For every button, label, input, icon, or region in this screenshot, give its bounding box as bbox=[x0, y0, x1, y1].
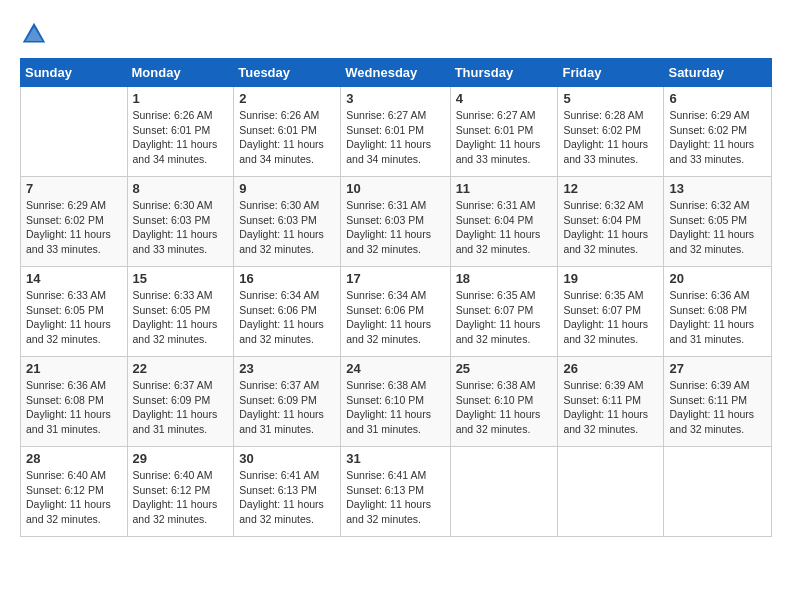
calendar-cell: 21Sunrise: 6:36 AMSunset: 6:08 PMDayligh… bbox=[21, 357, 128, 447]
calendar-cell: 13Sunrise: 6:32 AMSunset: 6:05 PMDayligh… bbox=[664, 177, 772, 267]
day-number: 25 bbox=[456, 361, 553, 376]
calendar-cell: 24Sunrise: 6:38 AMSunset: 6:10 PMDayligh… bbox=[341, 357, 450, 447]
calendar-cell: 1Sunrise: 6:26 AMSunset: 6:01 PMDaylight… bbox=[127, 87, 234, 177]
day-number: 8 bbox=[133, 181, 229, 196]
calendar-cell: 15Sunrise: 6:33 AMSunset: 6:05 PMDayligh… bbox=[127, 267, 234, 357]
day-info: Sunrise: 6:31 AMSunset: 6:04 PMDaylight:… bbox=[456, 198, 553, 257]
day-number: 30 bbox=[239, 451, 335, 466]
day-info: Sunrise: 6:40 AMSunset: 6:12 PMDaylight:… bbox=[133, 468, 229, 527]
day-number: 31 bbox=[346, 451, 444, 466]
day-info: Sunrise: 6:26 AMSunset: 6:01 PMDaylight:… bbox=[239, 108, 335, 167]
day-number: 17 bbox=[346, 271, 444, 286]
day-number: 16 bbox=[239, 271, 335, 286]
calendar-cell: 4Sunrise: 6:27 AMSunset: 6:01 PMDaylight… bbox=[450, 87, 558, 177]
day-number: 10 bbox=[346, 181, 444, 196]
day-number: 19 bbox=[563, 271, 658, 286]
day-number: 28 bbox=[26, 451, 122, 466]
day-info: Sunrise: 6:38 AMSunset: 6:10 PMDaylight:… bbox=[456, 378, 553, 437]
calendar-cell: 9Sunrise: 6:30 AMSunset: 6:03 PMDaylight… bbox=[234, 177, 341, 267]
day-info: Sunrise: 6:27 AMSunset: 6:01 PMDaylight:… bbox=[346, 108, 444, 167]
day-number: 26 bbox=[563, 361, 658, 376]
page-header bbox=[20, 20, 772, 48]
day-info: Sunrise: 6:33 AMSunset: 6:05 PMDaylight:… bbox=[26, 288, 122, 347]
calendar-cell: 27Sunrise: 6:39 AMSunset: 6:11 PMDayligh… bbox=[664, 357, 772, 447]
calendar-cell: 10Sunrise: 6:31 AMSunset: 6:03 PMDayligh… bbox=[341, 177, 450, 267]
day-number: 18 bbox=[456, 271, 553, 286]
day-info: Sunrise: 6:39 AMSunset: 6:11 PMDaylight:… bbox=[563, 378, 658, 437]
day-number: 14 bbox=[26, 271, 122, 286]
day-number: 15 bbox=[133, 271, 229, 286]
day-info: Sunrise: 6:41 AMSunset: 6:13 PMDaylight:… bbox=[346, 468, 444, 527]
day-number: 29 bbox=[133, 451, 229, 466]
calendar-cell: 19Sunrise: 6:35 AMSunset: 6:07 PMDayligh… bbox=[558, 267, 664, 357]
day-number: 20 bbox=[669, 271, 766, 286]
day-number: 11 bbox=[456, 181, 553, 196]
calendar-cell bbox=[664, 447, 772, 537]
calendar-cell: 28Sunrise: 6:40 AMSunset: 6:12 PMDayligh… bbox=[21, 447, 128, 537]
day-info: Sunrise: 6:36 AMSunset: 6:08 PMDaylight:… bbox=[26, 378, 122, 437]
day-of-week-header: Friday bbox=[558, 59, 664, 87]
calendar-week-row: 14Sunrise: 6:33 AMSunset: 6:05 PMDayligh… bbox=[21, 267, 772, 357]
day-number: 21 bbox=[26, 361, 122, 376]
calendar-week-row: 7Sunrise: 6:29 AMSunset: 6:02 PMDaylight… bbox=[21, 177, 772, 267]
day-info: Sunrise: 6:29 AMSunset: 6:02 PMDaylight:… bbox=[669, 108, 766, 167]
day-info: Sunrise: 6:29 AMSunset: 6:02 PMDaylight:… bbox=[26, 198, 122, 257]
calendar-cell bbox=[558, 447, 664, 537]
calendar-week-row: 28Sunrise: 6:40 AMSunset: 6:12 PMDayligh… bbox=[21, 447, 772, 537]
day-number: 22 bbox=[133, 361, 229, 376]
calendar-week-row: 21Sunrise: 6:36 AMSunset: 6:08 PMDayligh… bbox=[21, 357, 772, 447]
day-number: 27 bbox=[669, 361, 766, 376]
day-of-week-header: Tuesday bbox=[234, 59, 341, 87]
day-info: Sunrise: 6:36 AMSunset: 6:08 PMDaylight:… bbox=[669, 288, 766, 347]
day-number: 6 bbox=[669, 91, 766, 106]
day-info: Sunrise: 6:34 AMSunset: 6:06 PMDaylight:… bbox=[239, 288, 335, 347]
day-info: Sunrise: 6:37 AMSunset: 6:09 PMDaylight:… bbox=[133, 378, 229, 437]
calendar-cell: 3Sunrise: 6:27 AMSunset: 6:01 PMDaylight… bbox=[341, 87, 450, 177]
days-of-week-row: SundayMondayTuesdayWednesdayThursdayFrid… bbox=[21, 59, 772, 87]
day-number: 1 bbox=[133, 91, 229, 106]
calendar-cell: 29Sunrise: 6:40 AMSunset: 6:12 PMDayligh… bbox=[127, 447, 234, 537]
calendar-cell: 30Sunrise: 6:41 AMSunset: 6:13 PMDayligh… bbox=[234, 447, 341, 537]
day-info: Sunrise: 6:39 AMSunset: 6:11 PMDaylight:… bbox=[669, 378, 766, 437]
day-info: Sunrise: 6:26 AMSunset: 6:01 PMDaylight:… bbox=[133, 108, 229, 167]
day-info: Sunrise: 6:31 AMSunset: 6:03 PMDaylight:… bbox=[346, 198, 444, 257]
calendar-cell: 6Sunrise: 6:29 AMSunset: 6:02 PMDaylight… bbox=[664, 87, 772, 177]
day-number: 4 bbox=[456, 91, 553, 106]
day-number: 23 bbox=[239, 361, 335, 376]
day-number: 12 bbox=[563, 181, 658, 196]
calendar-week-row: 1Sunrise: 6:26 AMSunset: 6:01 PMDaylight… bbox=[21, 87, 772, 177]
day-number: 3 bbox=[346, 91, 444, 106]
calendar-cell: 14Sunrise: 6:33 AMSunset: 6:05 PMDayligh… bbox=[21, 267, 128, 357]
day-info: Sunrise: 6:30 AMSunset: 6:03 PMDaylight:… bbox=[133, 198, 229, 257]
day-info: Sunrise: 6:37 AMSunset: 6:09 PMDaylight:… bbox=[239, 378, 335, 437]
day-info: Sunrise: 6:41 AMSunset: 6:13 PMDaylight:… bbox=[239, 468, 335, 527]
day-info: Sunrise: 6:33 AMSunset: 6:05 PMDaylight:… bbox=[133, 288, 229, 347]
day-of-week-header: Thursday bbox=[450, 59, 558, 87]
calendar-cell: 23Sunrise: 6:37 AMSunset: 6:09 PMDayligh… bbox=[234, 357, 341, 447]
day-info: Sunrise: 6:32 AMSunset: 6:04 PMDaylight:… bbox=[563, 198, 658, 257]
day-info: Sunrise: 6:35 AMSunset: 6:07 PMDaylight:… bbox=[456, 288, 553, 347]
calendar-cell: 12Sunrise: 6:32 AMSunset: 6:04 PMDayligh… bbox=[558, 177, 664, 267]
day-of-week-header: Saturday bbox=[664, 59, 772, 87]
calendar-cell bbox=[450, 447, 558, 537]
day-number: 9 bbox=[239, 181, 335, 196]
calendar-table: SundayMondayTuesdayWednesdayThursdayFrid… bbox=[20, 58, 772, 537]
logo bbox=[20, 20, 52, 48]
day-info: Sunrise: 6:30 AMSunset: 6:03 PMDaylight:… bbox=[239, 198, 335, 257]
day-info: Sunrise: 6:35 AMSunset: 6:07 PMDaylight:… bbox=[563, 288, 658, 347]
day-info: Sunrise: 6:32 AMSunset: 6:05 PMDaylight:… bbox=[669, 198, 766, 257]
calendar-cell: 25Sunrise: 6:38 AMSunset: 6:10 PMDayligh… bbox=[450, 357, 558, 447]
day-number: 5 bbox=[563, 91, 658, 106]
calendar-cell: 2Sunrise: 6:26 AMSunset: 6:01 PMDaylight… bbox=[234, 87, 341, 177]
day-info: Sunrise: 6:40 AMSunset: 6:12 PMDaylight:… bbox=[26, 468, 122, 527]
calendar-header: SundayMondayTuesdayWednesdayThursdayFrid… bbox=[21, 59, 772, 87]
day-of-week-header: Monday bbox=[127, 59, 234, 87]
calendar-cell: 26Sunrise: 6:39 AMSunset: 6:11 PMDayligh… bbox=[558, 357, 664, 447]
day-of-week-header: Wednesday bbox=[341, 59, 450, 87]
day-of-week-header: Sunday bbox=[21, 59, 128, 87]
calendar-cell: 31Sunrise: 6:41 AMSunset: 6:13 PMDayligh… bbox=[341, 447, 450, 537]
day-info: Sunrise: 6:28 AMSunset: 6:02 PMDaylight:… bbox=[563, 108, 658, 167]
calendar-body: 1Sunrise: 6:26 AMSunset: 6:01 PMDaylight… bbox=[21, 87, 772, 537]
day-number: 24 bbox=[346, 361, 444, 376]
calendar-cell: 17Sunrise: 6:34 AMSunset: 6:06 PMDayligh… bbox=[341, 267, 450, 357]
